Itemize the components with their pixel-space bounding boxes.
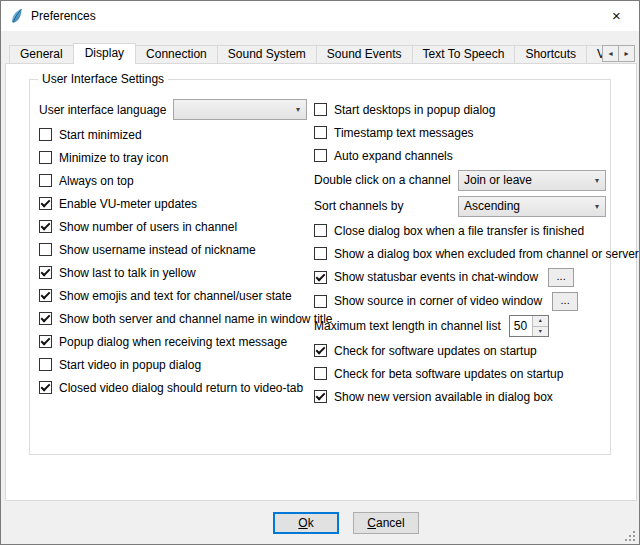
max-text-length-spinner[interactable]: 50 ▴ ▾ [509,315,549,337]
tab-page-display: User Interface Settings User interface l… [5,63,637,501]
checkbox-label: Enable VU-meter updates [59,197,197,211]
spin-up-icon[interactable]: ▴ [533,316,548,327]
language-row: User interface language ▾ [39,98,307,121]
ok-button[interactable]: Ok [273,512,339,534]
checkbox-row[interactable]: Show new version available in dialog box [314,385,606,408]
video-source-row: Show source in corner of video window ..… [314,289,606,313]
tab[interactable]: Shortcuts [514,45,587,63]
checkbox[interactable] [39,358,52,371]
checkbox[interactable] [314,344,327,357]
checkbox-row[interactable]: Check for software updates on startup [314,339,606,362]
checkbox-row[interactable]: Timestamp text messages [314,121,606,144]
cancel-button[interactable]: Cancel [353,512,419,534]
checkbox-label: Start video in popup dialog [59,358,201,372]
statusbar-events-more-button[interactable]: ... [548,268,574,287]
group-user-interface-settings: User Interface Settings User interface l… [29,79,611,455]
checkbox-row[interactable]: Show last to talk in yellow [39,261,307,284]
checkbox[interactable] [314,103,327,116]
tab-scroll-left-button[interactable]: ◂ [602,45,619,62]
checkbox-row[interactable]: Start desktops in popup dialog [314,98,606,121]
checkbox-label: Show last to talk in yellow [59,266,196,280]
tab-bar: General Display Connection Sound System … [9,43,609,64]
checkbox[interactable] [39,381,52,394]
checkbox-label: Popup dialog when receiving text message [59,335,287,349]
tab[interactable]: Connection [135,45,218,63]
window-title: Preferences [31,9,96,23]
checkbox-row[interactable]: Always on top [39,169,307,192]
sort-channels-combobox[interactable]: Ascending ▾ [458,196,606,217]
checkbox-label: Show both server and channel name in win… [59,312,333,326]
statusbar-events-row: Show statusbar events in chat-window ... [314,265,606,289]
tab[interactable]: Sound System [217,45,317,63]
checkbox-row[interactable]: Show a dialog box when excluded from cha… [314,242,606,265]
tab[interactable]: Sound Events [316,45,413,63]
checkbox-row[interactable]: Start video in popup dialog [39,353,307,376]
tab[interactable]: General [9,45,74,63]
checkbox[interactable] [314,390,327,403]
right-arrow-icon: ▸ [624,49,628,58]
checkbox-row[interactable]: Show number of users in channel [39,215,307,238]
tab-scroller: ◂ ▸ [602,45,635,62]
checkbox[interactable] [39,312,52,325]
tab[interactable]: Text To Speech [412,45,516,63]
tab-label: Connection [146,47,207,61]
max-text-length-row: Maximum text length in channel list 50 ▴… [314,313,606,339]
right-bottom-checkbox-list: Check for software updates on startup Ch… [314,339,606,408]
combo-value: Join or leave [459,173,589,187]
tab-label: Display [85,46,124,60]
checkbox-row[interactable]: Show username instead of nickname [39,238,307,261]
checkbox[interactable] [314,367,327,380]
tab[interactable]: Display [73,43,136,64]
checkbox-label: Show a dialog box when excluded from cha… [334,247,639,261]
checkbox-row[interactable]: Closed video dialog should return to vid… [39,376,307,399]
checkbox-row[interactable]: Show emojis and text for channel/user st… [39,284,307,307]
checkbox[interactable] [314,126,327,139]
chevron-down-icon: ▾ [290,105,306,114]
checkbox[interactable] [39,243,52,256]
checkbox[interactable] [39,197,52,210]
checkbox-row[interactable]: Close dialog box when a file transfer is… [314,219,606,242]
left-arrow-icon: ◂ [608,49,612,58]
spin-down-icon[interactable]: ▾ [533,327,548,337]
checkbox[interactable] [39,289,52,302]
checkbox-row[interactable]: Popup dialog when receiving text message [39,330,307,353]
checkbox-label: Close dialog box when a file transfer is… [334,224,584,238]
group-title: User Interface Settings [38,72,168,86]
checkbox-row[interactable]: Check for beta software updates on start… [314,362,606,385]
tab-label: Sound Events [327,47,402,61]
preferences-window: Preferences × General Display Connection… [0,0,640,545]
checkbox-row[interactable]: Enable VU-meter updates [39,192,307,215]
checkbox[interactable] [314,224,327,237]
checkbox-label: Closed video dialog should return to vid… [59,381,303,395]
left-column: User interface language ▾ Start minimize… [39,98,307,399]
double-click-row: Double click on a channel Join or leave … [314,167,606,193]
checkbox-row[interactable]: Minimize to tray icon [39,146,307,169]
checkbox-label: Show new version available in dialog box [334,390,553,404]
checkbox[interactable] [39,151,52,164]
spinner-buttons: ▴ ▾ [532,316,548,336]
checkbox-label: Timestamp text messages [334,126,474,140]
close-button[interactable]: × [594,1,639,30]
checkbox[interactable] [39,266,52,279]
resize-grip[interactable] [624,529,637,542]
checkbox[interactable] [314,247,327,260]
tab-scroll-right-button[interactable]: ▸ [618,45,635,62]
double-click-combobox[interactable]: Join or leave ▾ [458,170,606,191]
checkbox[interactable] [314,295,327,308]
checkbox-label: Show statusbar events in chat-window [334,270,538,284]
checkbox-row[interactable]: Auto expand channels [314,144,606,167]
language-combobox[interactable]: ▾ [173,99,307,120]
tab-label: General [20,47,63,61]
checkbox-row[interactable]: Show both server and channel name in win… [39,307,307,330]
checkbox-label: Check for software updates on startup [334,344,537,358]
checkbox[interactable] [314,271,327,284]
checkbox-row[interactable]: Start minimized [39,123,307,146]
checkbox[interactable] [39,174,52,187]
checkbox[interactable] [314,149,327,162]
checkbox-label: Show source in corner of video window [334,294,542,308]
checkbox[interactable] [39,220,52,233]
checkbox[interactable] [39,335,52,348]
video-source-more-button[interactable]: ... [552,292,578,311]
checkbox[interactable] [39,128,52,141]
checkbox-label: Minimize to tray icon [59,151,168,165]
